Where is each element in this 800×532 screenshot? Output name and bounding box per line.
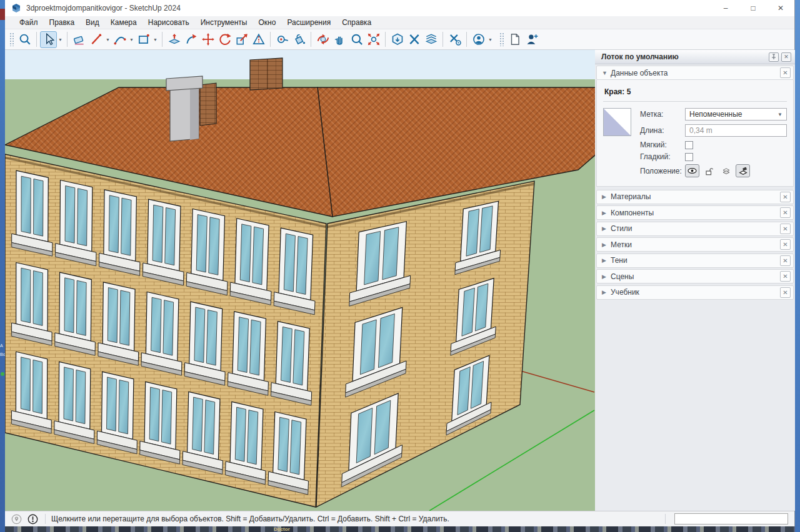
3d-scene[interactable] xyxy=(5,50,595,511)
chevron-right-icon: ▶ xyxy=(602,225,611,232)
gray-chimney-cap xyxy=(166,76,202,91)
background-window-right-sliver xyxy=(795,0,800,532)
account-dropdown-caret[interactable]: ▼ xyxy=(487,31,494,48)
account-tool-button[interactable] xyxy=(470,31,487,48)
tray-section-5[interactable]: ▶Тени✕ xyxy=(596,254,794,268)
brick-chimney-back[interactable] xyxy=(200,83,216,126)
menu-расширения[interactable]: Расширения xyxy=(281,17,336,28)
shapes-dropdown-caret[interactable]: ▼ xyxy=(152,31,159,48)
section-close-button[interactable]: ✕ xyxy=(780,224,791,234)
zoom-extents-tool-button[interactable] xyxy=(365,31,382,48)
arc-tool-button[interactable] xyxy=(111,31,128,48)
arc-dropdown-caret[interactable]: ▼ xyxy=(128,31,135,48)
receive-shadows-toggle[interactable] xyxy=(736,164,750,177)
eraser-icon xyxy=(72,32,86,46)
followme-tool-button[interactable] xyxy=(182,31,199,48)
paint-bucket-tool-button[interactable] xyxy=(291,31,308,48)
tray-pin-button[interactable] xyxy=(769,52,779,62)
tray-section-6[interactable]: ▶Сцены✕ xyxy=(596,269,794,283)
section-label: Учебник xyxy=(611,288,780,297)
measurements-input[interactable] xyxy=(674,513,788,525)
eye-toggle[interactable] xyxy=(685,164,699,177)
menu-нарисовать[interactable]: Нарисовать xyxy=(142,17,195,28)
shapes-tool-button[interactable] xyxy=(135,31,152,48)
section-close-button[interactable]: ✕ xyxy=(780,239,791,250)
tray-section-2[interactable]: ▶Компоненты✕ xyxy=(596,205,794,220)
window[interactable] xyxy=(102,372,134,439)
scale-icon xyxy=(235,32,249,46)
rotate-tool-button[interactable] xyxy=(216,31,233,48)
search-tool-button[interactable] xyxy=(16,31,33,48)
sign-in-tool-button[interactable] xyxy=(523,31,540,48)
close-button[interactable]: ✕ xyxy=(767,0,794,16)
toolbar-grip[interactable] xyxy=(9,32,14,46)
background-text-fragment: Во xyxy=(0,352,5,357)
section-close-button[interactable]: ✕ xyxy=(780,271,791,282)
offset-tool-button[interactable] xyxy=(250,31,267,48)
credits-info-icon[interactable] xyxy=(28,514,38,525)
eraser-tool-button[interactable] xyxy=(71,31,88,48)
tray-close-button[interactable]: ✕ xyxy=(781,52,791,62)
brick-chimney[interactable] xyxy=(250,58,282,90)
unlock-toggle[interactable] xyxy=(702,164,716,177)
sketchup-window: 3dproektmojdompanitkovigor - SketchUp 20… xyxy=(5,0,795,526)
tray-section-7[interactable]: ▶Учебник✕ xyxy=(596,285,794,300)
window[interactable] xyxy=(16,352,47,419)
shapes-icon xyxy=(137,32,151,46)
section-label: Метки xyxy=(611,240,780,249)
cast-shadows-toggle[interactable] xyxy=(719,164,733,177)
select-tool-button[interactable] xyxy=(40,31,57,48)
tray-section-1[interactable]: ▶Материалы✕ xyxy=(596,190,794,204)
tag-dropdown[interactable]: Непомеченные ▼ xyxy=(685,108,787,121)
window[interactable] xyxy=(16,262,48,331)
window[interactable] xyxy=(60,180,92,252)
send-to-layout-icon xyxy=(424,32,438,46)
scale-tool-button[interactable] xyxy=(233,31,250,48)
move-tool-button[interactable] xyxy=(199,31,216,48)
tape-measure-tool-button[interactable] xyxy=(274,31,291,48)
line-dropdown-caret[interactable]: ▼ xyxy=(104,31,111,48)
orbit-tool-button[interactable] xyxy=(314,31,331,48)
menu-вид[interactable]: Вид xyxy=(80,17,105,28)
orbit-icon xyxy=(316,32,330,46)
tray-section-4[interactable]: ▶Метки✕ xyxy=(596,237,794,252)
menu-справка[interactable]: Справка xyxy=(336,17,377,28)
receive-shadows-icon xyxy=(738,166,748,176)
menu-инструменты[interactable]: Инструменты xyxy=(195,17,253,28)
menu-правка[interactable]: Правка xyxy=(44,17,81,28)
chevron-right-icon: ▶ xyxy=(602,210,611,216)
new-file-tool-button[interactable] xyxy=(506,31,523,48)
section-close-button[interactable]: ✕ xyxy=(780,192,791,202)
pan-tool-button[interactable] xyxy=(331,31,348,48)
extension-warehouse-tool-button[interactable] xyxy=(406,31,422,48)
length-input[interactable]: 0,34 m xyxy=(685,124,787,137)
menu-файл[interactable]: Файл xyxy=(14,17,44,28)
minimize-button[interactable]: – xyxy=(712,0,739,16)
section-close-button[interactable]: ✕ xyxy=(780,287,791,298)
toolbar-grip[interactable] xyxy=(499,32,504,46)
menu-окно[interactable]: Окно xyxy=(252,17,281,28)
tray-section-3[interactable]: ▶Стили✕ xyxy=(596,222,794,236)
window[interactable] xyxy=(59,362,91,429)
warehouse-3d-tool-button[interactable] xyxy=(389,31,406,48)
send-to-layout-tool-button[interactable] xyxy=(422,31,439,48)
section-close-button[interactable]: ✕ xyxy=(780,255,791,266)
window[interactable] xyxy=(16,170,48,242)
zoom-tool-button[interactable] xyxy=(348,31,365,48)
menu-камера[interactable]: Камера xyxy=(105,17,142,28)
sky xyxy=(5,50,595,79)
entity-info-close-button[interactable]: ✕ xyxy=(780,67,791,78)
smooth-checkbox[interactable] xyxy=(685,153,693,161)
soft-checkbox[interactable] xyxy=(685,141,693,149)
entity-thumbnail xyxy=(603,108,631,136)
warehouse-3d-icon xyxy=(391,32,404,46)
geolocation-icon[interactable] xyxy=(11,514,22,525)
extension-manager-tool-button[interactable] xyxy=(446,31,463,48)
model-viewport[interactable] xyxy=(5,50,595,511)
pushpull-tool-button[interactable] xyxy=(166,31,182,48)
maximize-button[interactable]: □ xyxy=(739,0,767,16)
line-tool-button[interactable] xyxy=(88,31,104,48)
select-dropdown-caret[interactable]: ▼ xyxy=(57,31,64,48)
section-close-button[interactable]: ✕ xyxy=(780,207,791,218)
entity-info-header[interactable]: ▼ Данные объекта ✕ xyxy=(596,66,794,80)
